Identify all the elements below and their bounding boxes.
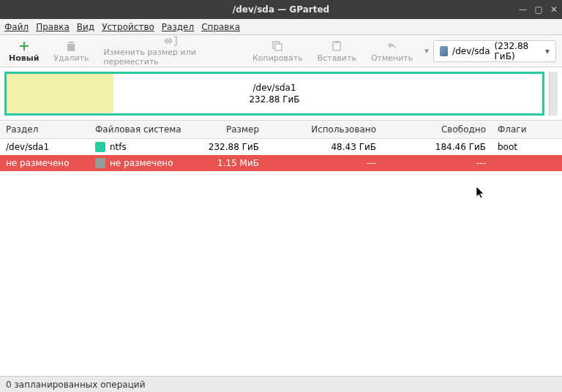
cell-filesystem: не размечено [89,158,184,168]
delete-button: Удалить [46,35,96,67]
disk-map[interactable]: /dev/sda1 232.88 ГиБ [4,72,544,116]
menubar: Файл Правка Вид Устройство Раздел Справк… [0,19,562,35]
disk-map-name: /dev/sda1 [249,82,299,94]
window-title: /dev/sda — GParted [233,4,329,15]
menu-view[interactable]: Вид [77,22,94,32]
copy-button: Копировать [245,35,310,67]
fs-swatch [95,142,105,152]
cell-used: 48.43 ГиБ [265,142,382,152]
cursor-icon [476,186,486,199]
copy-icon [271,39,284,53]
new-button[interactable]: Новый [1,35,46,67]
paste-button: Вставить [310,35,364,67]
header-flags[interactable]: Флаги [492,124,562,135]
menu-file[interactable]: Файл [4,22,29,32]
menu-device[interactable]: Устройство [102,22,154,32]
disk-map-scrollbar[interactable] [549,72,558,116]
toolbar: Новый Удалить Изменить размер или переме… [0,35,562,67]
svg-rect-1 [275,44,282,50]
cell-flags: boot [492,142,562,152]
disk-map-partition[interactable]: /dev/sda1 232.88 ГиБ [7,74,542,113]
menu-partition[interactable]: Раздел [162,22,194,32]
cell-used: --- [265,158,382,168]
disk-map-size: 232.88 ГиБ [249,94,299,105]
disk-icon [440,46,448,56]
fs-name: не размечено [110,158,173,168]
toolbar-overflow[interactable]: ▾ [420,35,433,67]
fs-name: ntfs [110,142,127,152]
header-free[interactable]: Свободно [382,124,492,135]
cell-size: 232.88 ГиБ [184,142,265,152]
copy-label: Копировать [252,53,303,63]
disk-map-used [7,74,113,113]
close-button[interactable]: ✕ [550,4,558,15]
menu-edit[interactable]: Правка [36,22,70,32]
header-used[interactable]: Использовано [265,124,382,135]
resize-label: Изменить размер или переместить [104,48,238,67]
plus-icon [18,39,31,53]
undo-label: Отменить [371,53,413,63]
undo-button: Отменить [364,35,420,67]
device-selector[interactable]: /dev/sda (232.88 ГиБ) ▾ [433,40,556,62]
table-row[interactable]: не размечено не размечено 1.15 МиБ --- -… [0,155,562,171]
trash-icon [64,39,78,53]
paste-label: Вставить [318,53,356,63]
maximize-button[interactable]: ▢ [535,4,543,15]
new-label: Новый [9,53,39,63]
cell-free: --- [382,158,492,168]
disk-map-text: /dev/sda1 232.88 ГиБ [249,82,299,105]
resize-icon [164,35,177,47]
cell-size: 1.15 МиБ [184,158,265,168]
table-row[interactable]: /dev/sda1 ntfs 232.88 ГиБ 48.43 ГиБ 184.… [0,139,562,155]
header-partition[interactable]: Раздел [0,124,89,135]
cell-partition: не размечено [0,158,89,168]
header-filesystem[interactable]: Файловая система [89,124,184,135]
chevron-down-icon: ▾ [545,46,550,56]
window-buttons: — ▢ ✕ [519,4,558,15]
device-name: /dev/sda [452,46,490,56]
cell-free: 184.46 ГиБ [382,142,492,152]
header-size[interactable]: Размер [184,124,265,135]
minimize-button[interactable]: — [519,4,528,15]
cell-partition: /dev/sda1 [0,142,89,152]
resize-button: Изменить размер или переместить [97,35,245,67]
undo-icon [386,39,399,53]
cell-filesystem: ntfs [89,142,184,152]
paste-icon [330,39,343,53]
fs-swatch [95,158,105,168]
titlebar: /dev/sda — GParted — ▢ ✕ [0,0,562,19]
table-body: /dev/sda1 ntfs 232.88 ГиБ 48.43 ГиБ 184.… [0,139,562,171]
delete-label: Удалить [53,53,89,63]
statusbar: 0 запланированных операций [0,376,562,392]
device-size: (232.88 ГиБ) [495,41,541,61]
status-text: 0 запланированных операций [6,380,145,390]
table-header: Раздел Файловая система Размер Использов… [0,120,562,139]
svg-rect-3 [335,41,338,43]
menu-help[interactable]: Справка [201,22,240,32]
